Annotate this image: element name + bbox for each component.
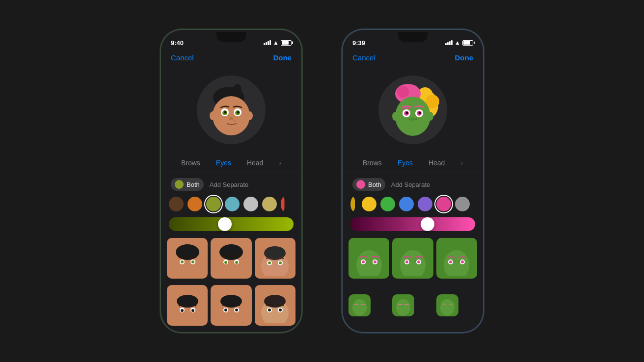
svg-point-97 <box>396 299 410 316</box>
color-swatch-5-left[interactable] <box>243 197 258 211</box>
svg-point-44 <box>264 295 286 308</box>
face-option-4-left[interactable] <box>167 285 208 326</box>
svg-point-12 <box>234 120 236 122</box>
color-swatch-partial-right[interactable] <box>350 197 358 211</box>
svg-point-30 <box>279 261 282 264</box>
color-swatch-3-left[interactable] <box>206 197 221 211</box>
battery-fill-left <box>282 41 289 45</box>
phone-right: 9:39 ▲ Cancel Done <box>342 29 484 333</box>
done-button-right[interactable]: Done <box>455 53 474 62</box>
slider-thumb-left[interactable] <box>218 217 232 231</box>
svg-point-41 <box>224 309 227 311</box>
toggle-both-left[interactable]: Both <box>171 178 204 191</box>
tab-head-left[interactable]: Head <box>245 158 265 168</box>
battery-left <box>281 40 292 46</box>
toggle-dot-left <box>175 180 184 189</box>
done-button-left[interactable]: Done <box>273 53 292 62</box>
svg-point-95 <box>459 259 461 261</box>
power-button-right <box>483 89 484 118</box>
svg-line-66 <box>417 107 418 109</box>
color-swatch-7-left[interactable] <box>281 197 288 211</box>
face-option-4-right[interactable] <box>349 294 371 316</box>
cancel-button-left[interactable]: Cancel <box>171 53 194 62</box>
toggle-dot-right <box>356 180 365 189</box>
signal-bar-1 <box>264 43 265 45</box>
notch-inner-left <box>216 32 246 42</box>
face-option-3-right[interactable] <box>436 238 477 279</box>
toggle-both-right[interactable]: Both <box>352 178 385 191</box>
svg-point-86 <box>414 260 416 262</box>
tab-brows-left[interactable]: Brows <box>179 158 202 168</box>
face-option-2-right[interactable] <box>392 238 433 279</box>
svg-point-96 <box>352 299 367 316</box>
status-icons-left: ▲ <box>264 39 292 46</box>
color-swatch-1-left[interactable] <box>169 197 184 211</box>
svg-point-92 <box>453 259 454 261</box>
svg-point-29 <box>268 261 271 264</box>
svg-point-60 <box>419 112 421 114</box>
color-swatch-1-right[interactable] <box>362 197 376 211</box>
svg-point-38 <box>220 295 242 308</box>
svg-point-18 <box>191 260 194 263</box>
face-grid-left <box>161 235 301 332</box>
face-option-6-right[interactable] <box>436 294 458 316</box>
color-swatch-4-right[interactable] <box>418 197 432 211</box>
face-option-1-left[interactable] <box>167 238 208 279</box>
color-swatch-2-left[interactable] <box>188 197 202 211</box>
signal-bar-3 <box>268 41 269 45</box>
tab-more-right: › <box>458 158 465 168</box>
svg-point-48 <box>279 309 282 311</box>
svg-point-7 <box>224 111 227 114</box>
signal-right <box>445 40 453 45</box>
slider-left[interactable] <box>169 217 294 231</box>
svg-point-10 <box>210 111 215 120</box>
face-option-6-left[interactable] <box>255 285 295 326</box>
memoji-boy <box>202 80 261 139</box>
svg-point-47 <box>268 309 271 311</box>
svg-point-80 <box>400 250 426 276</box>
toggle-both-label-left: Both <box>187 181 200 188</box>
svg-point-59 <box>406 112 408 114</box>
color-row-left <box>161 195 301 213</box>
face-option-1-right[interactable] <box>349 238 389 279</box>
color-swatch-6-right[interactable] <box>455 197 470 211</box>
svg-point-75 <box>356 250 382 276</box>
color-swatch-4-left[interactable] <box>225 197 240 211</box>
tab-brows-right[interactable]: Brows <box>361 158 384 168</box>
toggle-section-left: Both Add Separate <box>161 172 301 195</box>
toggle-separate-left[interactable]: Add Separate <box>210 181 249 188</box>
tab-eyes-right[interactable]: Eyes <box>396 158 415 168</box>
volume-up-right <box>342 101 343 121</box>
face-option-3-left[interactable] <box>255 238 295 279</box>
color-swatch-5-right[interactable] <box>436 197 451 211</box>
cancel-button-right[interactable]: Cancel <box>352 53 376 62</box>
status-icons-right: ▲ <box>445 39 473 46</box>
tab-eyes-left[interactable]: Eyes <box>214 158 233 168</box>
notch-inner-right <box>398 32 428 42</box>
color-swatch-3-right[interactable] <box>399 197 414 211</box>
tab-head-right[interactable]: Head <box>427 158 447 168</box>
screen-right: 9:39 ▲ Cancel Done <box>343 30 483 332</box>
svg-point-8 <box>237 111 240 114</box>
volume-down-left <box>160 128 161 148</box>
signal-bar-r1 <box>445 43 447 45</box>
slider-thumb-right[interactable] <box>421 217 434 231</box>
face-option-2-left[interactable] <box>211 238 251 279</box>
color-swatch-6-left[interactable] <box>262 197 277 211</box>
svg-line-65 <box>415 107 416 109</box>
avatar-circle-right <box>378 76 447 144</box>
color-swatch-2-right[interactable] <box>380 197 395 211</box>
slider-right[interactable] <box>350 217 475 231</box>
tab-nav-right: Brows Eyes Head › <box>343 154 483 172</box>
svg-point-53 <box>397 86 409 98</box>
nav-bar-right: Cancel Done <box>343 52 483 66</box>
svg-point-84 <box>417 260 420 263</box>
svg-point-78 <box>362 260 365 263</box>
face-option-5-left[interactable] <box>211 285 251 326</box>
mute-button-right <box>342 79 343 94</box>
svg-point-36 <box>191 309 194 312</box>
avatar-area-left <box>161 66 301 154</box>
face-option-5-right[interactable] <box>392 294 414 316</box>
toggle-separate-right[interactable]: Add Separate <box>391 181 430 188</box>
svg-point-83 <box>405 260 408 263</box>
